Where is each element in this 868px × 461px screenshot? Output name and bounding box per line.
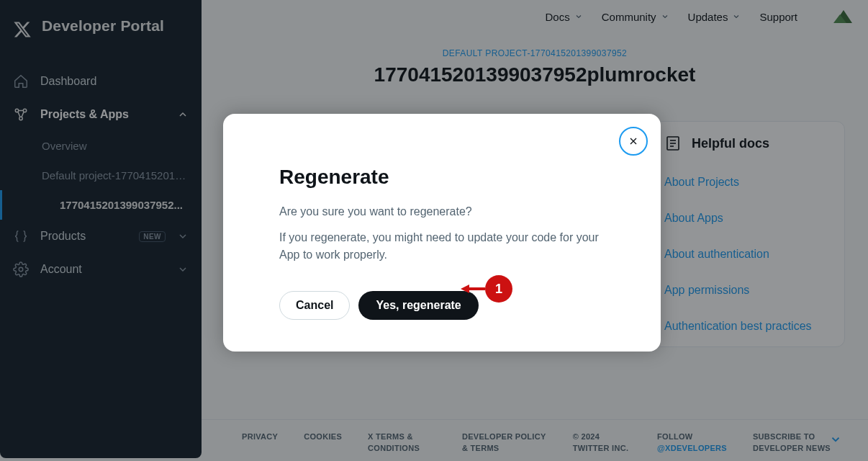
modal-text-line2: If you regenerate, you might need to upd…	[279, 229, 605, 264]
cancel-button[interactable]: Cancel	[279, 291, 350, 320]
arrow-left-icon	[461, 283, 487, 295]
modal-text-line1: Are you sure you want to regenerate?	[279, 203, 605, 220]
modal-actions: Cancel Yes, regenerate	[279, 291, 605, 320]
svg-marker-14	[461, 285, 469, 293]
modal-title: Regenerate	[279, 166, 605, 189]
close-button[interactable]	[619, 127, 648, 156]
regenerate-modal: Regenerate Are you sure you want to rege…	[223, 114, 661, 352]
annotation-number: 1	[485, 275, 512, 303]
close-icon	[628, 135, 639, 147]
annotation-marker: 1	[461, 275, 512, 303]
